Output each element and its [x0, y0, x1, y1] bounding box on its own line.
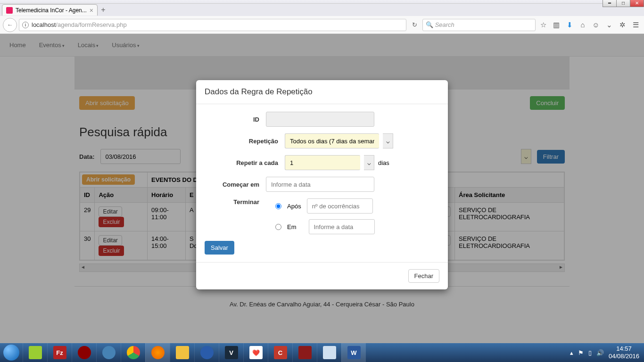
taskbar-app-notepad[interactable]: [317, 343, 341, 362]
taskbar-app-monitor[interactable]: [292, 343, 317, 362]
terminar-label: Terminar: [205, 198, 266, 206]
tray-flag-icon[interactable]: ⚑: [578, 349, 584, 356]
tray-volume-icon[interactable]: 🔊: [596, 349, 604, 356]
em-label: Em: [287, 223, 297, 230]
save-button[interactable]: Salvar: [205, 241, 234, 255]
window-minimize[interactable]: ━: [603, 0, 617, 7]
taskbar-app-word[interactable]: W: [341, 343, 366, 362]
taskbar-app-safari[interactable]: [96, 343, 121, 362]
site-info-icon[interactable]: i: [22, 22, 29, 28]
start-button[interactable]: [0, 343, 23, 362]
chevron-down-icon[interactable]: ⌵: [364, 155, 374, 170]
taskbar-app-heart[interactable]: ❤️: [243, 343, 268, 362]
tab-title: Telemedicina InCor - Agen...: [16, 7, 87, 14]
repetition-modal: Dados da Regra de Repetição ID Repetição…: [196, 80, 448, 289]
close-button[interactable]: Fechar: [408, 269, 439, 283]
repetir-cada-label: Repetir a cada: [205, 159, 285, 166]
bookmark-star-icon[interactable]: ☆: [537, 21, 549, 29]
chevron-down-icon[interactable]: ⌵: [383, 133, 393, 148]
favicon: [6, 7, 13, 14]
clock[interactable]: 14:57 04/08/2016: [609, 345, 639, 360]
apos-input[interactable]: [307, 198, 373, 214]
addons-icon[interactable]: ✲: [617, 21, 628, 29]
url-path: /agenda/formReserva.php: [56, 21, 126, 28]
taskbar-app-opera[interactable]: [72, 343, 96, 362]
id-label: ID: [205, 116, 266, 123]
repeticao-select[interactable]: [285, 133, 379, 148]
library-icon[interactable]: ▥: [551, 21, 562, 29]
windows-taskbar: Fz V ❤️ C W ▴ ⚑ ▯ 🔊 14:57 04/08/2016: [0, 343, 644, 362]
chat-icon[interactable]: ☺: [590, 21, 602, 29]
home-icon[interactable]: ⌂: [577, 21, 588, 29]
taskbar-app-explorer[interactable]: [170, 343, 194, 362]
address-bar[interactable]: i localhost/agenda/formReserva.php: [19, 19, 406, 31]
id-input: [266, 112, 374, 127]
taskbar-app-c[interactable]: C: [268, 343, 292, 362]
reload-button[interactable]: ↻: [408, 21, 421, 28]
back-button[interactable]: ←: [3, 18, 17, 32]
apos-label: Após: [287, 203, 301, 210]
downloads-icon[interactable]: ⬇: [564, 21, 575, 29]
window-maximize[interactable]: □: [616, 0, 630, 7]
comecar-label: Começar em: [205, 181, 266, 188]
window-titlebar: ━ □ ✕: [0, 0, 644, 4]
search-icon: 🔍: [426, 21, 435, 28]
taskbar-app-v[interactable]: V: [219, 343, 243, 362]
page-content: Home Eventos▾ Locais▾ Usuários▾ Abrir so…: [0, 34, 644, 362]
tray-network-icon[interactable]: ▯: [588, 349, 592, 356]
comecar-input[interactable]: [266, 177, 374, 192]
apos-radio[interactable]: [275, 203, 281, 209]
dias-unit: dias: [378, 159, 389, 166]
windows-orb-icon: [3, 345, 19, 361]
window-close[interactable]: ✕: [630, 0, 644, 7]
pocket-icon[interactable]: ⌄: [603, 21, 615, 29]
taskbar-app-filezilla[interactable]: Fz: [47, 343, 72, 362]
taskbar-app-thunderbird[interactable]: [194, 343, 219, 362]
em-radio[interactable]: [275, 224, 281, 230]
taskbar-app-notepadpp[interactable]: [23, 343, 47, 362]
browser-toolbar: ← i localhost/agenda/formReserva.php ↻ 🔍…: [0, 16, 644, 34]
system-tray[interactable]: ▴ ⚑ ▯ 🔊 14:57 04/08/2016: [565, 345, 644, 360]
search-placeholder: Search: [435, 21, 454, 28]
modal-title: Dados da Regra de Repetição: [196, 80, 448, 104]
url-host: localhost: [32, 21, 56, 28]
taskbar-app-chrome[interactable]: [121, 343, 145, 362]
tray-expand-icon[interactable]: ▴: [570, 349, 573, 356]
em-input[interactable]: [309, 219, 375, 234]
new-tab-button[interactable]: +: [98, 5, 109, 15]
browser-tab[interactable]: Telemedicina InCor - Agen... ×: [2, 4, 98, 16]
tab-close-icon[interactable]: ×: [90, 7, 93, 14]
repetir-cada-input[interactable]: [285, 155, 360, 170]
menu-icon[interactable]: ☰: [630, 21, 641, 29]
taskbar-app-firefox[interactable]: [145, 343, 170, 362]
repeticao-label: Repetição: [205, 138, 285, 145]
browser-tabstrip: Telemedicina InCor - Agen... × +: [0, 4, 644, 16]
search-box[interactable]: 🔍 Search: [422, 19, 536, 31]
